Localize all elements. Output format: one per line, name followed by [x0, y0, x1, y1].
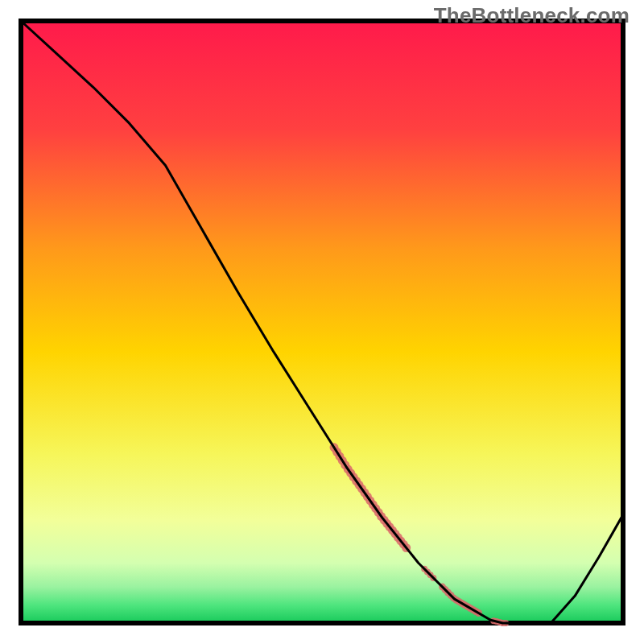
plot-area [21, 21, 623, 623]
chart-svg [0, 0, 644, 644]
gradient-background [21, 21, 623, 623]
chart-root: { "watermark": "TheBottleneck.com", "col… [0, 0, 644, 644]
watermark-text: TheBottleneck.com [434, 3, 630, 28]
